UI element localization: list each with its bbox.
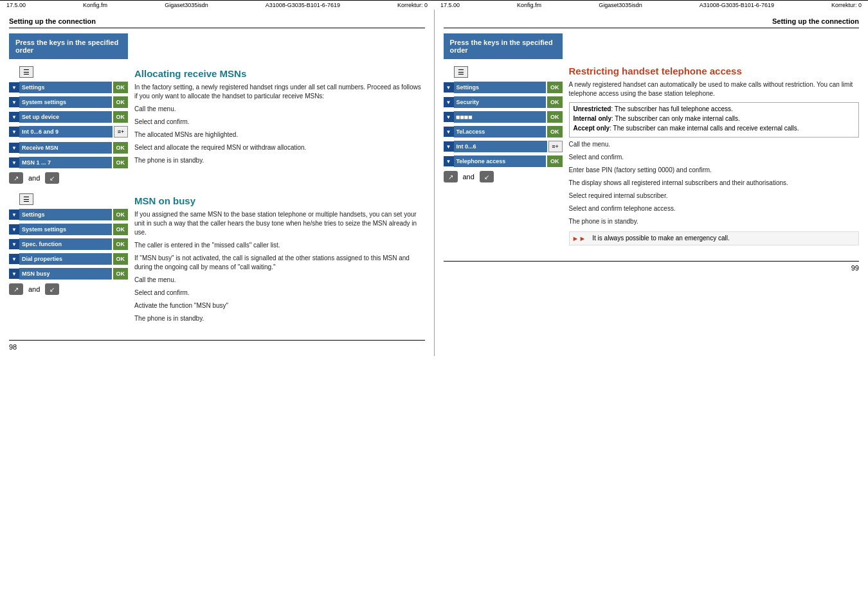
step-arrow-9 xyxy=(9,239,19,249)
header-left-version: 17.5.00 xyxy=(6,2,26,8)
call-icon-2: ↗ xyxy=(9,283,23,295)
internal-row: Internal only: The subscriber can only m… xyxy=(574,115,855,122)
hangup-icon-1: ↙ xyxy=(45,172,59,184)
header-left-rev: Korrektur: 0 xyxy=(397,2,428,8)
right-step-label-security: Security xyxy=(454,96,547,108)
emergency-note-text: It is always possible to make an emergen… xyxy=(592,235,729,242)
step-row-msn-busy: MSN busy OK xyxy=(9,267,128,280)
right-steps-sidebar: ☰ Settings OK Security OK ■■ xyxy=(444,66,563,248)
hangup-icon-2: ↙ xyxy=(45,283,59,295)
step-row-dial-properties: Dial properties OK xyxy=(9,253,128,265)
unrestricted-row: Unrestricted: The subscriber has full te… xyxy=(574,105,855,112)
unrestricted-term: Unrestricted xyxy=(574,105,611,112)
step-row-system-settings: System settings OK xyxy=(9,96,128,109)
right-page-num: 99 xyxy=(851,264,859,272)
step-arrow-2 xyxy=(9,97,19,107)
right-step-arrow-3 xyxy=(444,112,454,122)
right-press-keys-box: Press the keys in the specified order xyxy=(444,33,563,59)
right-step-arrow-1 xyxy=(444,82,454,93)
step-label-dial-properties: Dial properties xyxy=(19,253,112,265)
step-arrow-7 xyxy=(9,209,19,220)
accept-label: Accept only: The subscriber can make int… xyxy=(574,125,799,132)
and-row-2: ↗ and ↙ xyxy=(9,283,128,295)
right-display-shows: The display shows all registered interna… xyxy=(569,179,860,188)
step-row-settings-2: Settings OK xyxy=(9,208,128,221)
header-left-part: A31008-G3035-B101-6-7619 xyxy=(266,2,340,8)
select-confirm-1: Select and confirm. xyxy=(134,118,425,127)
section2-body2: The caller is entered in the "missed cal… xyxy=(134,241,425,250)
right-section-title: Restricting handset telephone access xyxy=(569,66,860,76)
left-steps-sidebar: ☰ Settings OK System settings OK xyxy=(9,66,128,188)
header-left-fm: Konfig.fm xyxy=(83,2,107,8)
right-step-ok-tel-access: OK xyxy=(547,126,563,138)
right-step-ok-pin: OK xyxy=(547,111,563,123)
step-label-msn-busy: MSN busy xyxy=(19,268,112,280)
step-label-msn17: MSN 1 ... 7 xyxy=(19,157,112,168)
steps-group-1: Settings OK System settings OK Set up de… xyxy=(9,81,128,138)
step-label-set-up-device: Set up device xyxy=(19,111,112,123)
standby-2: The phone is in standby. xyxy=(134,314,425,323)
step-row-int06: Int 0...6 and 9 ≡+ xyxy=(9,125,128,138)
call-icon-1: ↗ xyxy=(9,172,23,184)
header-right-fm: Konfig.fm xyxy=(517,2,541,8)
right-column: Setting up the connection Press the keys… xyxy=(435,10,869,356)
left-press-keys-box: Press the keys in the specified order xyxy=(9,33,128,59)
select-allocate: Select and allocate the required MSN or … xyxy=(134,143,425,152)
allocated-msns: The allocated MSNs are highlighted. xyxy=(134,130,425,139)
header-right-rev: Korrektur: 0 xyxy=(831,2,862,8)
step-ok-spec-function: OK xyxy=(113,238,129,250)
and-phone-1: ↗ and ↙ xyxy=(9,172,59,184)
step-arrow-8 xyxy=(9,224,19,235)
step-ok-system-settings: OK xyxy=(113,96,129,108)
accept-row: Accept only: The subscriber can make int… xyxy=(574,125,855,132)
step-arrow-6 xyxy=(9,157,19,168)
activate-msn: Activate the function "MSN busy" xyxy=(134,301,425,310)
step-ok-settings-2: OK xyxy=(113,209,129,220)
step-ok-dial-properties: OK xyxy=(113,253,129,265)
emergency-note-row: ►► It is always possible to make an emer… xyxy=(569,231,860,245)
right-select-telephone: Select and confirm telephone access. xyxy=(569,204,860,213)
right-and-text: and xyxy=(460,173,477,181)
step-ok-receive-msn: OK xyxy=(113,142,129,154)
header-right-version: 17.5.00 xyxy=(440,2,460,8)
accept-text: : The subscriber can make internal calls… xyxy=(610,125,799,132)
right-and-row: ↗ and ↙ xyxy=(444,171,563,182)
right-step-label-settings: Settings xyxy=(454,82,547,93)
right-section-header: Setting up the connection xyxy=(444,15,860,28)
access-descriptions: Unrestricted: The subscriber has full te… xyxy=(569,102,860,138)
right-step-arrow-6 xyxy=(444,156,454,166)
header-right-model: Gigaset3035isdn xyxy=(599,2,642,8)
header-left-model: Gigaset3035isdn xyxy=(165,2,208,8)
internal-text: : The subscriber can only make internal … xyxy=(611,115,740,122)
section1-title: Allocating receive MSNs xyxy=(134,68,425,79)
call-menu-2: Call the menu. xyxy=(134,276,425,285)
step-ok-system-settings-2: OK xyxy=(113,224,129,235)
step-arrow-5 xyxy=(9,143,19,153)
right-step-pin: ■■■■ OK xyxy=(444,111,563,123)
right-step-tel-access: Tel.access OK xyxy=(444,125,563,138)
left-text-area-1: Allocating receive MSNs In the factory s… xyxy=(128,66,425,188)
menu-icon-1: ☰ xyxy=(19,66,33,78)
step-label-system-settings-2: System settings xyxy=(19,224,112,235)
call-menu-label-1: Call the menu. xyxy=(134,105,425,114)
right-step-telephone-access: Telephone access OK xyxy=(444,155,563,168)
unrestricted-text: : The subscriber has full telephone acce… xyxy=(611,105,732,112)
and-phone-2: ↗ and ↙ xyxy=(9,283,59,295)
right-menu-icon-row: ☰ xyxy=(444,66,563,78)
step-label-settings-2: Settings xyxy=(19,209,112,220)
right-enter-pin: Enter base PIN (factory setting 0000) an… xyxy=(569,166,860,175)
left-section-header: Setting up the connection xyxy=(9,15,425,28)
right-select-confirm: Select and confirm. xyxy=(569,153,860,162)
right-step-arrow-5 xyxy=(444,141,454,152)
right-step-label-pin: ■■■■ xyxy=(454,111,547,123)
step-arrow-3 xyxy=(9,112,19,122)
left-column: Setting up the connection Press the keys… xyxy=(0,10,434,356)
step-arrow-10 xyxy=(9,254,19,264)
right-step-ok-telephone-access: OK xyxy=(547,155,563,167)
internal-label: Internal only: The subscriber can only m… xyxy=(574,115,740,122)
step-ok-msn-busy: OK xyxy=(113,268,129,280)
right-step-int06: Int 0...6 ≡+ xyxy=(444,140,563,153)
right-select-subscriber: Select required internal subscriber. xyxy=(569,191,860,200)
section2-body1: If you assigned the same MSN to the base… xyxy=(134,210,425,237)
left-steps-sidebar-2: ☰ Settings OK System settings OK xyxy=(9,193,128,327)
